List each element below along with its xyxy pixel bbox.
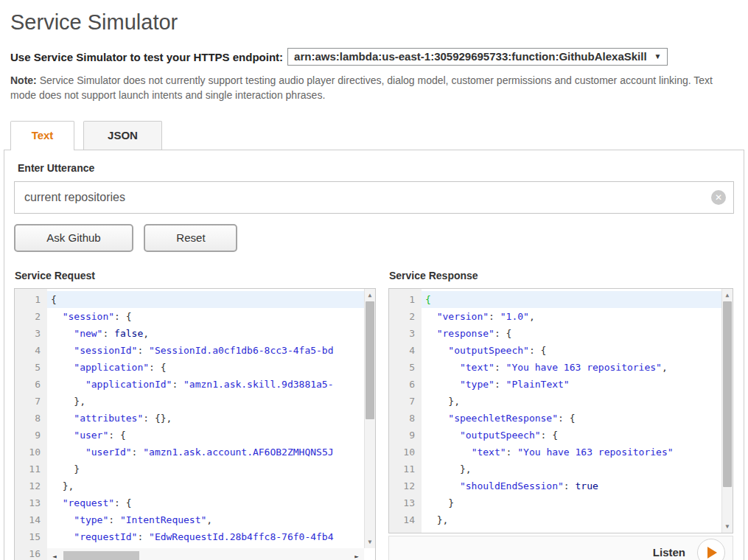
- line-number: 9: [15, 427, 41, 444]
- line-number: 6: [15, 376, 41, 393]
- code-line: "version": "1.0",: [425, 308, 733, 325]
- tab-text[interactable]: Text: [10, 121, 74, 150]
- service-request-editor[interactable]: 12345678910111213141516 { "session": { "…: [14, 288, 376, 560]
- line-number: 2: [15, 308, 41, 325]
- line-number: 7: [15, 393, 41, 410]
- line-number: 13: [15, 494, 41, 511]
- endpoint-row: Use Service Simulator to test your HTTPS…: [10, 48, 738, 66]
- code-line: "userId": "amzn1.ask.account.AF6OB2ZMHQN…: [51, 444, 375, 461]
- scroll-left-icon[interactable]: ◄: [49, 548, 60, 560]
- note-bold-prefix: Note:: [10, 74, 37, 86]
- code-line: "user": {: [51, 427, 375, 444]
- code-line: "type": "IntentRequest",: [51, 511, 375, 528]
- line-number: 5: [15, 359, 41, 376]
- line-number: 3: [15, 325, 41, 342]
- code-line: },: [425, 461, 733, 477]
- line-number: 5: [389, 359, 415, 376]
- response-vertical-scrollbar[interactable]: ▲ ▼: [721, 289, 733, 533]
- code-line: "outputSpeech": {: [425, 427, 733, 444]
- line-number: 7: [389, 393, 415, 410]
- line-number: 15: [15, 528, 41, 545]
- line-number: 6: [389, 376, 415, 393]
- code-line: "outputSpeech": {: [425, 342, 733, 359]
- code-line: "speechletResponse": {: [425, 410, 733, 427]
- line-number: 14: [389, 511, 415, 528]
- code-line: "text": "You have 163 repositories": [425, 444, 733, 461]
- chevron-down-icon: ▼: [654, 52, 662, 60]
- note-text: Note: Service Simulator does not current…: [10, 73, 738, 103]
- code-line: "attributes": {},: [51, 410, 375, 427]
- listen-label: Listen: [653, 546, 685, 559]
- code-line: "response": {: [425, 325, 733, 342]
- service-response-editor[interactable]: 1234567891011121314 { "version": "1.0", …: [388, 288, 733, 533]
- scroll-up-icon[interactable]: ▲: [722, 290, 733, 301]
- endpoint-select[interactable]: arn:aws:lambda:us-east-1:305929695733:fu…: [287, 48, 668, 66]
- code-line: },: [425, 393, 733, 410]
- request-hscroll-thumb[interactable]: [63, 551, 139, 560]
- code-line: "new": false,: [51, 325, 375, 342]
- line-number: 12: [389, 477, 415, 494]
- tab-bar: Text JSON: [10, 121, 738, 150]
- response-code[interactable]: { "version": "1.0", "response": { "outpu…: [422, 289, 733, 533]
- code-line: "shouldEndSession": true: [425, 477, 733, 494]
- code-line: }: [425, 494, 733, 511]
- request-vscroll-thumb[interactable]: [366, 301, 374, 419]
- line-number: 16: [15, 545, 41, 560]
- endpoint-label: Use Service Simulator to test your HTTPS…: [10, 51, 283, 63]
- code-line: "sessionId": "SessionId.a0cf1db6-8cc3-4f…: [51, 342, 375, 359]
- code-line: }: [51, 461, 375, 477]
- code-line: },: [51, 477, 375, 494]
- code-line: "request": {: [51, 494, 375, 511]
- response-vscroll-thumb[interactable]: [723, 301, 732, 487]
- scrollbar-corner: [364, 548, 375, 560]
- simulator-panel: Enter Utterance ✕ Ask Github Reset Servi…: [4, 150, 744, 560]
- service-response-title: Service Response: [389, 270, 733, 281]
- service-request-title: Service Request: [15, 270, 376, 281]
- request-response-panels: Service Request 12345678910111213141516 …: [14, 270, 734, 560]
- clear-input-icon[interactable]: ✕: [711, 190, 726, 205]
- tab-json[interactable]: JSON: [83, 121, 162, 150]
- listen-play-button[interactable]: [697, 539, 725, 560]
- utterance-label: Enter Utterance: [18, 162, 734, 174]
- ask-github-button[interactable]: Ask Github: [14, 224, 133, 252]
- service-simulator-page: Service Simulator Use Service Simulator …: [0, 0, 748, 560]
- line-number: 8: [389, 410, 415, 427]
- note-body: Service Simulator does not currently sup…: [10, 74, 713, 101]
- listen-bar: Listen: [388, 536, 733, 560]
- request-horizontal-scrollbar[interactable]: ◄ ►: [47, 548, 364, 560]
- line-number: 2: [389, 308, 415, 325]
- utterance-input[interactable]: [14, 181, 734, 214]
- line-number: 4: [15, 342, 41, 359]
- scroll-down-icon[interactable]: ▼: [365, 536, 375, 547]
- scroll-down-icon[interactable]: ▼: [722, 521, 733, 532]
- code-line: "application": {: [51, 359, 375, 376]
- line-number: 4: [389, 342, 415, 359]
- line-number: 1: [15, 291, 41, 308]
- code-line: {: [422, 291, 733, 308]
- line-number: 14: [15, 511, 41, 528]
- code-line: },: [51, 393, 375, 410]
- code-line: {: [47, 291, 375, 308]
- code-line: "requestId": "EdwRequestId.28b4ffc8-76f0…: [51, 528, 375, 545]
- request-code[interactable]: { "session": { "new": false, "sessionId"…: [47, 289, 375, 560]
- line-number: 12: [15, 477, 41, 494]
- line-number: 9: [389, 427, 415, 444]
- utterance-input-wrap: ✕: [14, 181, 734, 214]
- line-number: 8: [15, 410, 41, 427]
- response-line-numbers: 1234567891011121314: [389, 289, 422, 533]
- line-number: 11: [15, 461, 41, 477]
- line-number: 10: [389, 444, 415, 461]
- service-response-panel: Service Response 1234567891011121314 { "…: [388, 270, 733, 560]
- action-buttons: Ask Github Reset: [14, 224, 734, 252]
- scroll-up-icon[interactable]: ▲: [365, 290, 375, 301]
- line-number: 10: [15, 444, 41, 461]
- code-line: },: [425, 511, 733, 528]
- code-line: "applicationId": "amzn1.ask.skill.9d3881…: [51, 376, 375, 393]
- request-vertical-scrollbar[interactable]: ▲ ▼: [364, 289, 375, 548]
- line-number: 11: [389, 461, 415, 477]
- scroll-right-icon[interactable]: ►: [351, 548, 363, 560]
- page-title: Service Simulator: [10, 10, 738, 35]
- code-line: "session": {: [51, 308, 375, 325]
- request-line-numbers: 12345678910111213141516: [15, 289, 47, 560]
- reset-button[interactable]: Reset: [144, 224, 237, 252]
